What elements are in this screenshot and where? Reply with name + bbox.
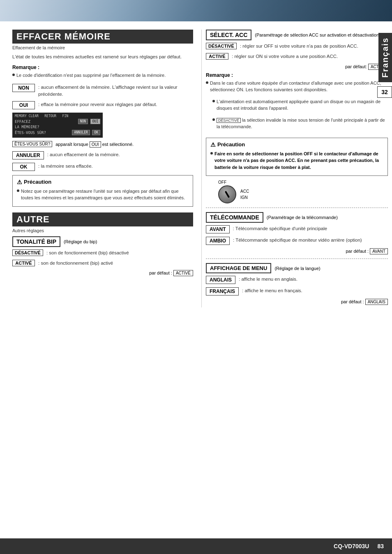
option-box-desactive-acc: DÉSACTIVÉ	[206, 43, 237, 49]
remark-bullet-acc-1: Dans le cas d'une voiture équipée d'un c…	[206, 80, 388, 97]
remark-title-1: Remarque :	[12, 65, 193, 70]
bottom-bar: CQ-VD7003U 83	[0, 538, 392, 554]
precaution-label-2: Précaution	[217, 141, 245, 148]
dial-right-labels: ACC IGN	[240, 189, 249, 200]
option-text-ok: : la mémoire sera effacée.	[38, 163, 93, 170]
precaution-bullet-icon-2	[210, 152, 213, 155]
precaution-title-1: ⚠ Précaution	[17, 179, 189, 185]
footer-page: 83	[377, 543, 384, 549]
screen-mockup: MEMORY CLEAR RETOUR FIN EFFACEZ NON OUI …	[12, 113, 103, 138]
dashed-divider-2	[206, 259, 388, 259]
right-column: SÉLECT. ACC (Paramétrage de sélection AC…	[201, 30, 388, 307]
remark-sub-bullet-1: L'alimentation est automatiquement appli…	[212, 98, 388, 115]
option-text-francais: : affiche le menu en français.	[242, 287, 302, 294]
top-image-bar	[0, 0, 392, 21]
bullet-sub-2	[212, 118, 215, 121]
effacer-memoire-subtitle: Effacement de la mémoire	[12, 45, 193, 50]
footer-model: CQ-VD7003U	[334, 543, 369, 549]
option-box-oui: OUI	[12, 101, 35, 109]
precaution-box-2: ⚠ Précaution Faire en sorte de sélection…	[206, 138, 388, 176]
option-box-avant: AVANT	[206, 225, 230, 233]
remark-sub-bullets: L'alimentation est automatiquement appli…	[206, 98, 388, 134]
screen-btn-annuler: ANNULER	[72, 130, 90, 135]
dial-with-labels: ACC IGN	[214, 185, 249, 203]
option-text-anglais: : affiche le menu en anglais.	[239, 276, 297, 283]
popup-row: ÊTES-VOUS SÛR? apparaît lorsque OUI est …	[12, 141, 193, 148]
option-row-anglais: ANGLAIS : affiche le menu en anglais.	[206, 276, 388, 284]
option-box-francais: FRANÇAIS	[206, 287, 239, 295]
main-content: EFFACER MÉMOIRE Effacement de la mémoire…	[0, 21, 392, 312]
left-column: EFFACER MÉMOIRE Effacement de la mémoire…	[12, 30, 193, 307]
option-text-active-bip: : son de fonctionnement (bip) activé	[38, 260, 113, 267]
screen-row-2: LA MÉMOIRE?	[15, 125, 100, 129]
autre-header: AUTRE	[12, 212, 193, 226]
option-row-desactive-acc: DÉSACTIVÉ : régler sur OFF si votre voit…	[206, 43, 388, 50]
dial-circle	[218, 185, 236, 203]
bullet-icon-1	[12, 74, 15, 76]
option-box-active-acc: ACTIVÉ	[206, 53, 228, 60]
affichage-header: AFFICHAGE DE MENU	[206, 263, 271, 273]
bullet-sub-1	[212, 100, 215, 102]
warning-icon-2: ⚠	[210, 141, 216, 148]
option-text-ambio: : Télécommande spécifique de moniteur vi…	[233, 237, 362, 244]
option-row-ambio: AMBIO : Télécommande spécifique de monit…	[206, 237, 388, 245]
popup-label: ÊTES-VOUS SÛR?	[12, 141, 52, 147]
telecommande-header: TÉLÉCOMMANDE	[206, 212, 263, 223]
affichage-row: AFFICHAGE DE MENU (Réglage de la langue)	[206, 263, 388, 273]
screen-btns-non-oui: NON OUI	[78, 119, 100, 124]
default-box-telecommande: AVANT	[370, 248, 388, 254]
option-row-francais: FRANÇAIS : affiche le menu en français.	[206, 287, 388, 295]
autre-subtitle: Autres réglages	[12, 228, 193, 233]
default-label-acc: par défaut:	[345, 64, 367, 69]
option-text-annuler: : aucun effacement de la mémoire.	[47, 151, 120, 158]
option-box-anglais: ANGLAIS	[206, 276, 235, 284]
tonalite-row: TONALITÉ BIP (Réglage du bip)	[12, 236, 193, 247]
autre-title: AUTRE	[16, 214, 50, 224]
effacer-memoire-header: EFFACER MÉMOIRE	[12, 30, 193, 44]
default-label-bip: par défaut :	[149, 270, 172, 275]
dial-off-label: OFF	[218, 180, 226, 185]
default-row-bip: par défaut : ACTIVÉ	[12, 270, 193, 276]
option-text-desactive-acc: : régler sur OFF si votre voiture n'a pa…	[240, 43, 358, 50]
affichage-desc: (Réglage de la langue)	[274, 266, 320, 271]
select-acc-desc: (Paramétrage de sélection ACC sur activa…	[255, 32, 380, 37]
remark-bullet-row-1: Le code d'identification n'est pas suppr…	[12, 72, 193, 82]
option-box-annuler: ANNULER	[12, 151, 44, 159]
dial-acc-label: ACC	[240, 189, 249, 194]
precaution-label-1: Précaution	[24, 179, 51, 185]
option-row-avant: AVANT : Télécommande spécifique d'unité …	[206, 225, 388, 233]
dial-container: OFF ACC IGN	[206, 180, 388, 203]
precaution-text-2: Faire en sorte de sélectionner la positi…	[214, 150, 383, 171]
side-language-text: Français	[380, 37, 390, 78]
option-row-active-acc: ACTIVÉ : régler sur ON si votre voiture …	[206, 53, 388, 60]
precaution-box-1: ⚠ Précaution Notez que ce paramétrage re…	[12, 175, 193, 207]
remark-title-acc: Remarque :	[206, 72, 388, 78]
screen-title: MEMORY CLEAR RETOUR FIN	[15, 114, 68, 118]
option-text-active-acc: : régler sur ON si votre voiture a une p…	[232, 53, 338, 60]
option-text-non: : aucun effacement de la mémoire. L'affi…	[38, 84, 193, 98]
precaution-bullet-icon-1	[17, 189, 19, 192]
remark-sub-bullet-2: DÉSACTIVÉ la sélection invalide la mise …	[212, 117, 388, 134]
screen-btn-oui: OUI	[90, 119, 100, 124]
dial-label-row: OFF	[214, 180, 226, 185]
warning-icon-1: ⚠	[17, 179, 22, 185]
popup-desc: apparaît lorsque OUI est sélectionné.	[55, 141, 134, 148]
option-row-desactive-bip: DÉSACTIVÉ : son de fonctionnement (bip) …	[12, 249, 193, 256]
tonalite-desc: (Réglage du bip)	[64, 239, 97, 244]
screen-row-1: EFFACEZ NON OUI	[15, 119, 100, 124]
default-box-affichage: ANGLAIS	[365, 299, 388, 305]
default-row-telecommande: par défaut : AVANT	[206, 248, 388, 254]
precaution-bullet-2: Faire en sorte de sélectionner la positi…	[210, 150, 383, 171]
option-box-ambio: AMBIO	[206, 237, 230, 245]
screen-row-title: MEMORY CLEAR RETOUR FIN	[15, 114, 100, 118]
option-text-avant: : Télécommande spécifique d'unité princi…	[233, 225, 327, 232]
remark-sub-text-2: DÉSACTIVÉ la sélection invalide la mise …	[217, 117, 388, 130]
option-row-oui: OUI : efface la mémoire pour revenir aux…	[12, 101, 193, 109]
screen-text-la-memoire: LA MÉMOIRE?	[15, 125, 39, 129]
precaution-bullet-1: Notez que ce paramétrage restaure l'unit…	[17, 188, 189, 201]
page-number: 32	[381, 89, 388, 95]
option-box-ok: OK	[12, 163, 35, 171]
screen-row-3: ÊTES-VOUS SÛR? ANNULER OK	[15, 130, 100, 135]
screen-btns-annuler-ok: ANNULER OK	[72, 130, 100, 135]
option-text-desactive-bip: : son de fonctionnement (bip) désactivé	[46, 249, 129, 256]
